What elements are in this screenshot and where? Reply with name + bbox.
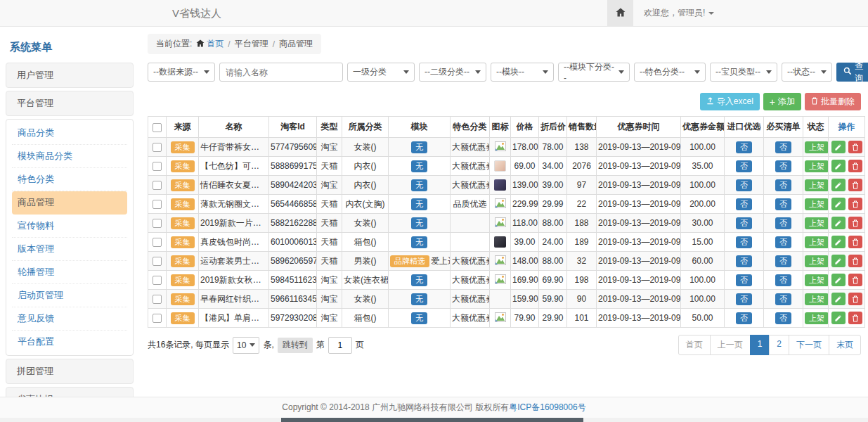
must-buy-badge[interactable]: 否	[775, 160, 791, 172]
sidebar-item-拼团管理[interactable]: 拼团管理	[6, 359, 134, 384]
import-select-badge[interactable]: 否	[736, 274, 752, 286]
status-button[interactable]: 上架	[805, 160, 829, 172]
sidebar-subitem-意见反馈[interactable]: 意见反馈	[12, 307, 127, 331]
row-checkbox[interactable]	[153, 314, 162, 323]
sidebar-subitem-商品分类[interactable]: 商品分类	[12, 122, 127, 145]
horizontal-scrollbar[interactable]	[0, 418, 868, 422]
breadcrumb-home-link[interactable]: 首页	[196, 38, 224, 50]
edit-button[interactable]	[831, 274, 846, 286]
pager-button-上一页[interactable]: 上一页	[710, 335, 751, 355]
must-buy-badge[interactable]: 否	[775, 217, 791, 229]
filter-select---模块下分类--[interactable]: --模块下分类--	[558, 63, 630, 82]
row-checkbox[interactable]	[153, 162, 162, 171]
delete-button[interactable]	[848, 179, 862, 191]
import-select-badge[interactable]: 否	[736, 217, 752, 229]
edit-button[interactable]	[831, 293, 846, 305]
edit-button[interactable]	[831, 236, 846, 248]
import-select-badge[interactable]: 否	[736, 236, 752, 248]
delete-button[interactable]	[848, 141, 862, 153]
sidebar-subitem-轮播管理[interactable]: 轮播管理	[12, 261, 127, 284]
batch-delete-button[interactable]: 批量删除	[805, 93, 861, 110]
row-checkbox[interactable]	[153, 181, 162, 190]
delete-button[interactable]	[848, 274, 862, 286]
sidebar-subitem-宣传物料[interactable]: 宣传物料	[12, 215, 127, 238]
import-select-badge[interactable]: 否	[736, 312, 752, 324]
edit-button[interactable]	[831, 179, 846, 191]
pager-button-首页[interactable]: 首页	[678, 335, 711, 355]
sidebar-subitem-版本管理[interactable]: 版本管理	[12, 238, 127, 261]
edit-button[interactable]	[831, 217, 846, 229]
status-button[interactable]: 上架	[805, 274, 829, 286]
must-buy-badge[interactable]: 否	[775, 312, 791, 324]
filter-select---数据来源--[interactable]: --数据来源--	[148, 63, 215, 82]
must-buy-badge[interactable]: 否	[775, 179, 791, 191]
name-search-input[interactable]	[219, 63, 343, 82]
pager-button-末页[interactable]: 末页	[829, 335, 861, 355]
page-number-input[interactable]	[328, 337, 352, 354]
row-checkbox[interactable]	[153, 219, 162, 228]
sidebar-subitem-启动页管理[interactable]: 启动页管理	[12, 284, 127, 307]
import-select-badge[interactable]: 否	[736, 160, 752, 172]
pager-button-1[interactable]: 1	[750, 335, 770, 355]
filter-select---模块--[interactable]: --模块--	[491, 63, 554, 82]
filter-select---宝贝类型--[interactable]: --宝贝类型--	[710, 63, 777, 82]
delete-button[interactable]	[848, 217, 862, 229]
row-checkbox[interactable]	[153, 257, 162, 266]
delete-button[interactable]	[848, 198, 862, 210]
filter-select---状态--[interactable]: --状态--	[782, 63, 832, 82]
import-excel-button[interactable]: 导入excel	[700, 93, 760, 110]
edit-button[interactable]	[831, 255, 846, 267]
sidebar-item-用户管理[interactable]: 用户管理	[6, 63, 134, 88]
add-button[interactable]: + 添加	[763, 93, 801, 110]
edit-button[interactable]	[831, 198, 846, 210]
select-all-checkbox[interactable]	[153, 123, 162, 132]
import-select-badge[interactable]: 否	[736, 255, 752, 267]
edit-button[interactable]	[831, 160, 846, 172]
query-button[interactable]: 查询	[836, 63, 868, 82]
row-checkbox[interactable]	[153, 276, 162, 285]
jump-button[interactable]: 跳转到	[278, 338, 313, 353]
status-button[interactable]: 上架	[805, 255, 829, 267]
import-select-badge[interactable]: 否	[736, 179, 752, 191]
pager-button-下一页[interactable]: 下一页	[789, 335, 829, 355]
edit-button[interactable]	[831, 312, 846, 324]
sidebar-subitem-特色分类[interactable]: 特色分类	[12, 168, 127, 191]
status-button[interactable]: 上架	[805, 179, 829, 191]
import-select-badge[interactable]: 否	[736, 293, 752, 305]
status-button[interactable]: 上架	[805, 312, 829, 324]
delete-button[interactable]	[848, 160, 862, 172]
row-checkbox[interactable]	[153, 295, 162, 304]
must-buy-badge[interactable]: 否	[775, 293, 791, 305]
row-checkbox[interactable]	[153, 200, 162, 209]
status-button[interactable]: 上架	[805, 217, 829, 229]
sidebar-subitem-商品管理[interactable]: 商品管理	[12, 191, 127, 215]
must-buy-badge[interactable]: 否	[775, 141, 791, 153]
row-checkbox[interactable]	[153, 238, 162, 247]
must-buy-badge[interactable]: 否	[775, 198, 791, 210]
filter-select-一级分类[interactable]: 一级分类	[347, 63, 415, 82]
status-button[interactable]: 上架	[805, 236, 829, 248]
sidebar-subitem-平台配置[interactable]: 平台配置	[12, 331, 127, 353]
delete-button[interactable]	[848, 236, 862, 248]
filter-select---二级分类--[interactable]: --二级分类--	[419, 63, 486, 82]
sidebar-subitem-模块商品分类[interactable]: 模块商品分类	[12, 145, 127, 168]
must-buy-badge[interactable]: 否	[775, 236, 791, 248]
scrollbar-thumb[interactable]	[281, 418, 583, 422]
delete-button[interactable]	[848, 255, 862, 267]
status-button[interactable]: 上架	[805, 293, 829, 305]
import-select-badge[interactable]: 否	[736, 141, 752, 153]
must-buy-badge[interactable]: 否	[775, 274, 791, 286]
status-button[interactable]: 上架	[805, 141, 829, 153]
filter-select---特色分类--[interactable]: --特色分类--	[634, 63, 706, 82]
home-button[interactable]	[607, 0, 633, 26]
import-select-badge[interactable]: 否	[736, 198, 752, 210]
sidebar-item-平台管理[interactable]: 平台管理	[6, 91, 134, 116]
pager-button-2[interactable]: 2	[769, 335, 789, 355]
user-menu[interactable]: 欢迎您，管理员!	[644, 0, 714, 26]
must-buy-badge[interactable]: 否	[775, 255, 791, 267]
status-button[interactable]: 上架	[805, 198, 829, 210]
per-page-select[interactable]: 10	[233, 337, 259, 354]
edit-button[interactable]	[831, 141, 846, 153]
row-checkbox[interactable]	[153, 143, 162, 152]
icp-link[interactable]: 粤ICP备16098006号	[509, 402, 585, 414]
